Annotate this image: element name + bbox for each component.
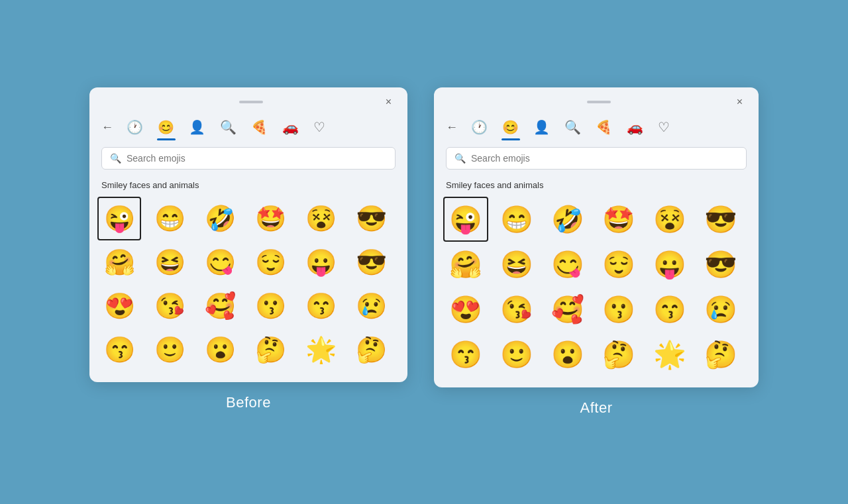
after-emoji-11[interactable]: 😎 — [698, 242, 743, 287]
after-panel: × ← 🕐 😊 👤 🔍 🍕 🚗 ♡ — [434, 87, 759, 387]
after-emoji-grid: 😜 😁 🤣 🤩 😵 😎 🤗 😆 😋 😌 😛 😎 😍 😘 🥰 😗 😙 😢 😙 — [434, 197, 759, 387]
after-nav-people[interactable]: 👤 — [529, 117, 554, 138]
after-emoji-1[interactable]: 😁 — [494, 197, 539, 242]
after-emoji-16[interactable]: 😙 — [647, 287, 692, 332]
before-emoji-15[interactable]: 😗 — [248, 284, 292, 328]
before-emoji-13[interactable]: 😘 — [148, 284, 191, 328]
after-close-button[interactable]: × — [733, 95, 747, 109]
after-nav-nature[interactable]: 🔍 — [560, 117, 585, 138]
after-search-container: 🔍 — [434, 143, 759, 176]
after-emoji-7[interactable]: 😆 — [494, 242, 539, 287]
before-emoji-6[interactable]: 🤗 — [97, 240, 141, 284]
after-emoji-10[interactable]: 😛 — [647, 242, 692, 287]
before-emoji-17[interactable]: 😢 — [349, 284, 393, 328]
before-label: Before — [226, 394, 271, 411]
before-emoji-12[interactable]: 😍 — [97, 284, 141, 328]
before-nav: ← 🕐 😊 👤 🔍 🍕 🚗 ♡ — [89, 114, 407, 143]
before-emoji-2[interactable]: 🤣 — [198, 197, 242, 240]
comparison-container: × ← 🕐 😊 👤 🔍 🍕 🚗 ♡ — [89, 87, 759, 417]
before-emoji-22[interactable]: 🌟 — [299, 328, 343, 372]
before-search-input[interactable] — [127, 153, 387, 164]
after-label: After — [580, 399, 613, 417]
before-back-button[interactable]: ← — [101, 121, 113, 134]
before-search-container: 🔍 — [89, 143, 407, 176]
before-active-bar — [157, 138, 176, 140]
after-nav: ← 🕐 😊 👤 🔍 🍕 🚗 ♡ — [434, 114, 759, 143]
before-panel: × ← 🕐 😊 👤 🔍 🍕 🚗 ♡ — [89, 87, 407, 382]
before-emoji-4[interactable]: 😵 — [299, 197, 343, 240]
before-nav-travel[interactable]: 🚗 — [278, 117, 303, 138]
before-nav-people[interactable]: 👤 — [185, 117, 209, 138]
after-panel-wrapper: × ← 🕐 😊 👤 🔍 🍕 🚗 ♡ — [434, 87, 759, 417]
after-nav-icons: 🕐 😊 👤 🔍 🍕 🚗 ♡ — [467, 117, 674, 138]
before-emoji-10[interactable]: 😛 — [299, 240, 343, 284]
after-section-title: Smiley faces and animals — [434, 176, 759, 197]
after-nav-smiley[interactable]: 😊 — [498, 117, 523, 138]
before-nav-favorites[interactable]: ♡ — [309, 117, 329, 138]
after-emoji-12[interactable]: 😍 — [443, 287, 488, 332]
before-section-title: Smiley faces and animals — [89, 176, 407, 197]
before-titlebar: × — [89, 87, 407, 114]
before-emoji-11[interactable]: 😎 — [349, 240, 393, 284]
after-emoji-5[interactable]: 😎 — [698, 197, 743, 242]
after-nav-favorites[interactable]: ♡ — [654, 117, 674, 138]
after-back-button[interactable]: ← — [446, 121, 458, 134]
before-emoji-21[interactable]: 🤔 — [248, 328, 292, 372]
after-emoji-14[interactable]: 🥰 — [545, 287, 590, 332]
before-emoji-14[interactable]: 🥰 — [198, 284, 242, 328]
before-emoji-23[interactable]: 🤔 — [349, 328, 393, 372]
after-search-input[interactable] — [471, 153, 738, 164]
before-emoji-18[interactable]: 😙 — [97, 328, 141, 372]
before-emoji-16[interactable]: 😙 — [299, 284, 343, 328]
after-titlebar: × — [434, 87, 759, 114]
after-search-icon: 🔍 — [454, 153, 466, 164]
before-nav-nature[interactable]: 🔍 — [216, 117, 240, 138]
before-emoji-1[interactable]: 😁 — [148, 197, 191, 240]
after-emoji-2[interactable]: 🤣 — [545, 197, 590, 242]
after-emoji-13[interactable]: 😘 — [494, 287, 539, 332]
after-drag-handle — [587, 101, 611, 103]
after-emoji-9[interactable]: 😌 — [596, 242, 641, 287]
after-emoji-22[interactable]: 🌟 — [647, 332, 692, 377]
after-emoji-17[interactable]: 😢 — [698, 287, 743, 332]
after-emoji-6[interactable]: 🤗 — [443, 242, 488, 287]
before-emoji-5[interactable]: 😎 — [349, 197, 393, 240]
before-panel-wrapper: × ← 🕐 😊 👤 🔍 🍕 🚗 ♡ — [89, 87, 407, 411]
before-emoji-19[interactable]: 🙂 — [148, 328, 191, 372]
before-search-icon: 🔍 — [110, 153, 121, 164]
after-emoji-23[interactable]: 🤔 — [698, 332, 743, 377]
before-drag-handle — [239, 101, 263, 103]
before-nav-food[interactable]: 🍕 — [247, 117, 272, 138]
after-emoji-0[interactable]: 😜 — [443, 197, 488, 242]
before-emoji-7[interactable]: 😆 — [148, 240, 191, 284]
after-emoji-20[interactable]: 😮 — [545, 332, 590, 377]
after-nav-travel[interactable]: 🚗 — [623, 117, 647, 138]
before-close-button[interactable]: × — [382, 95, 396, 109]
after-emoji-4[interactable]: 😵 — [647, 197, 692, 242]
after-emoji-19[interactable]: 🙂 — [494, 332, 539, 377]
before-emoji-20[interactable]: 😮 — [198, 328, 242, 372]
after-search-box[interactable]: 🔍 — [446, 147, 747, 170]
after-emoji-15[interactable]: 😗 — [596, 287, 641, 332]
after-nav-food[interactable]: 🍕 — [592, 117, 616, 138]
before-emoji-9[interactable]: 😌 — [248, 240, 292, 284]
before-nav-icons: 🕐 😊 👤 🔍 🍕 🚗 ♡ — [123, 117, 329, 138]
after-emoji-8[interactable]: 😋 — [545, 242, 590, 287]
after-emoji-21[interactable]: 🤔 — [596, 332, 641, 377]
before-emoji-grid: 😜 😁 🤣 🤩 😵 😎 🤗 😆 😋 😌 😛 😎 😍 😘 🥰 😗 😙 😢 😙 — [89, 197, 407, 382]
after-emoji-3[interactable]: 🤩 — [596, 197, 641, 242]
before-nav-recent[interactable]: 🕐 — [123, 117, 147, 138]
after-emoji-18[interactable]: 😙 — [443, 332, 488, 377]
before-nav-smiley[interactable]: 😊 — [154, 117, 178, 138]
before-emoji-8[interactable]: 😋 — [198, 240, 242, 284]
before-emoji-0[interactable]: 😜 — [97, 197, 141, 240]
before-search-box[interactable]: 🔍 — [101, 147, 396, 170]
after-active-bar — [502, 138, 520, 140]
after-nav-recent[interactable]: 🕐 — [467, 117, 492, 138]
before-emoji-3[interactable]: 🤩 — [248, 197, 292, 240]
